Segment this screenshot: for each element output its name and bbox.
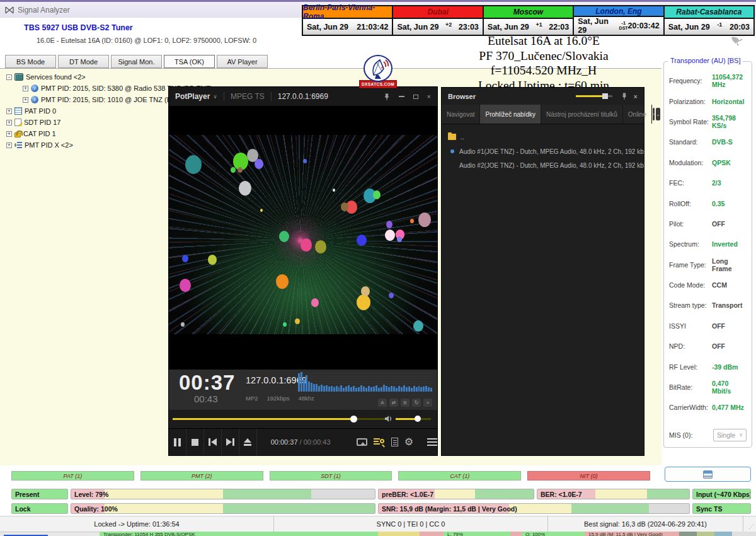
present-indicator: Present: [11, 489, 68, 499]
samplerate-label: 48khz: [298, 395, 314, 402]
audio-track-item[interactable]: Audio #2(JOE TNZ) - Dutch, MPEG Audio, 4…: [442, 158, 644, 172]
transponder-row: Pilot:OFF: [669, 214, 747, 234]
pid-bar: SDT (1): [270, 471, 392, 481]
gear-icon[interactable]: ⚙: [404, 438, 413, 446]
browser-titlebar[interactable]: Browser ×: [442, 88, 644, 105]
pin-icon[interactable]: [621, 93, 627, 100]
browser-tabs: NavigovatProhlížeč nabídkyNástroj prochá…: [442, 105, 644, 124]
seek-thumb[interactable]: [350, 416, 357, 422]
transponder-row: Symbol Rate:354,798 KS/s: [669, 112, 747, 132]
pause-button[interactable]: [169, 429, 186, 455]
overlay-line-3: f=11054.520 MHz_H: [396, 63, 692, 78]
tab-dt-mode[interactable]: DT Mode: [58, 55, 109, 68]
potplayer-titlebar[interactable]: PotPlayer ∨ MPEG TS 127.0.0.1:6969 ×: [169, 87, 437, 106]
grid-icon: [14, 107, 22, 115]
tab-tsa-ok-[interactable]: TSA (OK): [164, 55, 215, 68]
cropped-bottom-row: Transponder: 11054 H 355 DVB-S/QPSK L: 7…: [0, 532, 756, 536]
seek-bar[interactable]: [173, 418, 386, 420]
tab-bs-mode[interactable]: BS Mode: [5, 55, 56, 68]
transponder-row: Spectrum:Inverted: [669, 234, 747, 254]
folder-up-item[interactable]: ..: [442, 129, 644, 144]
tree-expander[interactable]: +: [6, 143, 12, 148]
clock-column: DubaiSat, Jun 29+223:03: [392, 6, 482, 35]
cast-icon[interactable]: [357, 438, 367, 446]
close-icon[interactable]: ×: [427, 93, 431, 100]
transponder-list-button[interactable]: [665, 467, 751, 482]
browser-tab[interactable]: Prohlížeč nabídky: [480, 105, 541, 124]
tuner-subtitle: 16.0E - Eutelsat 16A (ID: 0160) @ LOF1: …: [37, 37, 256, 44]
tab-av-player[interactable]: AV Player: [217, 55, 268, 68]
browser-tab[interactable]: Navigovat: [442, 105, 480, 124]
mini-button[interactable]: ⇄: [389, 399, 398, 407]
status-lock-uptime: Locked -> Uptime: 01:36:54: [0, 516, 274, 532]
mode-tabs: BS ModeDT ModeSignal Mon.TSA (OK)AV Play…: [5, 55, 268, 68]
tree-expander[interactable]: +: [23, 97, 28, 103]
tree-expander[interactable]: +: [6, 120, 12, 125]
lock-indicator: Lock: [11, 503, 68, 514]
mis-dropdown[interactable]: Single ∨: [713, 429, 747, 441]
maximize-icon[interactable]: [413, 95, 418, 99]
transponder-row: BitRate:0,470 Mbit/s: [669, 377, 747, 397]
tuner-title: TBS 5927 USB DVB-S2 Tuner: [24, 23, 133, 32]
transponder-row: Frame Type:Long Frame: [669, 255, 747, 275]
player-info-panel: 00:37 00:43 127.0.0.1:6969 MP2 192kbps 4…: [169, 370, 437, 410]
volume-slider[interactable]: [396, 418, 431, 420]
browser-tab-scroll-button[interactable]: ⌄: [656, 108, 661, 120]
pid-bar: NIT (0): [527, 471, 650, 481]
mini-button[interactable]: ↻: [412, 399, 421, 407]
chevron-down-icon: ∨: [213, 93, 217, 100]
playing-dot-icon: [450, 149, 454, 153]
minimize-icon[interactable]: [399, 96, 404, 97]
browser-tab[interactable]: Online: [623, 105, 652, 124]
tree-expander[interactable]: +: [6, 131, 12, 137]
pin-icon[interactable]: [384, 93, 390, 100]
list-icon: [14, 141, 22, 149]
speaker-icon[interactable]: [384, 415, 392, 422]
bitrate-label: 192kbps: [267, 395, 290, 402]
clock-column: Berlin-Paris-Vienna-RomaSat, Jun 2921:03…: [303, 6, 392, 35]
tab-signal-mon-[interactable]: Signal Mon.: [111, 55, 162, 68]
browser-slider[interactable]: [576, 95, 612, 97]
next-button[interactable]: [222, 429, 239, 455]
audio-icon: ♪: [31, 84, 38, 92]
close-icon[interactable]: ×: [634, 93, 638, 100]
tree-item-label: PMT PID X <2>: [25, 141, 73, 149]
log-icon[interactable]: [391, 438, 398, 446]
tree-item-label: SDT PID 17: [24, 119, 61, 126]
volume-thumb[interactable]: [415, 416, 421, 422]
tree-expander[interactable]: -: [6, 74, 12, 80]
audio-track-item[interactable]: Audio #1(JOE TNZ) - Dutch, MPEG Audio, 4…: [442, 144, 644, 158]
video-area[interactable]: [169, 106, 437, 370]
clock-city-label: Rabat-Casablanca: [665, 6, 753, 19]
transponder-row: ISSYIOFF: [669, 316, 747, 336]
tree-item[interactable]: -Services found <2>: [6, 71, 212, 83]
time-duration: 00:00:43: [304, 438, 331, 446]
clock-column: MoscowSat, Jun 29+122:03: [483, 6, 573, 35]
mini-button[interactable]: A: [378, 399, 387, 407]
codec-label: MP2: [246, 395, 258, 402]
browser-tab[interactable]: Nástroj procházení titulků: [541, 105, 623, 124]
audio-icon: ♪: [31, 96, 38, 103]
browser-tab-scroll-button[interactable]: ›: [653, 108, 655, 120]
menu-icon[interactable]: [427, 438, 437, 446]
clock-city-label: London, Eng: [574, 6, 663, 17]
playlist-search-icon[interactable]: [374, 438, 385, 446]
clock-time: Sat, Jun 2921:03:42: [303, 19, 392, 35]
resize-grip[interactable]: ⋰: [743, 516, 756, 532]
quality-bar: Quality: 100%: [71, 503, 375, 514]
eject-button[interactable]: [239, 429, 257, 455]
stop-button[interactable]: [186, 429, 204, 455]
potplayer-menu[interactable]: PotPlayer: [175, 92, 210, 101]
previous-button[interactable]: [204, 429, 222, 455]
ab-repeat-buttons: A⇄B↻×: [378, 399, 432, 407]
tree-expander[interactable]: +: [23, 86, 28, 91]
sync-ts-indicator: Sync TS: [692, 503, 751, 514]
browser-window: Browser × NavigovatProhlížeč nabídkyNást…: [441, 87, 644, 456]
strip-quality: Q: 100%: [522, 532, 585, 536]
transponder-row: RollOff:0.35: [669, 193, 747, 213]
tree-expander[interactable]: +: [6, 108, 12, 114]
mini-button[interactable]: ×: [423, 399, 432, 407]
tree-item-label: CAT PID 1: [23, 130, 56, 137]
mini-button[interactable]: B: [401, 399, 410, 407]
elapsed-time-big: 00:37: [179, 371, 235, 395]
